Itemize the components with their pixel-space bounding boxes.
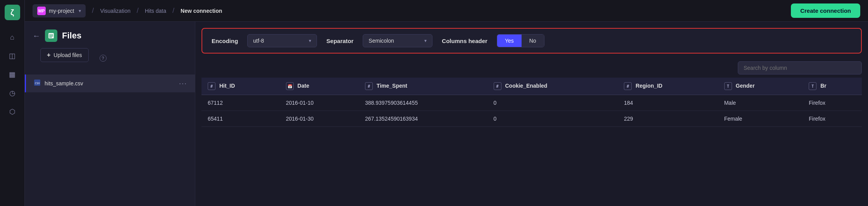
cell-hit-id: 65411 xyxy=(202,111,280,127)
col-type-text2-icon: T xyxy=(809,82,816,90)
col-type-hash3-icon: # xyxy=(494,82,501,90)
csv-file-icon: CSV xyxy=(34,79,41,88)
breadcrumb-current: New connection xyxy=(181,8,222,14)
separator-value: Semicolon xyxy=(369,38,420,44)
breadcrumb-separator-1: / xyxy=(92,7,94,15)
cell-region-id: 229 xyxy=(618,111,718,127)
breadcrumb-visualization[interactable]: Visualization xyxy=(100,8,130,14)
breadcrumb-separator-3: / xyxy=(172,7,174,15)
cell-time-spent: 388.93975903614455 xyxy=(359,95,487,111)
columns-header-toggle: Yes No xyxy=(497,34,544,47)
file-menu-button[interactable]: ··· xyxy=(179,80,187,88)
col-header-time-spent: # Time_Spent xyxy=(359,78,487,95)
col-header-cookie-enabled: # Cookie_Enabled xyxy=(487,78,618,95)
svg-rect-2 xyxy=(49,36,53,36)
separator-label: Separator xyxy=(326,38,353,44)
encoding-chevron-icon: ▾ xyxy=(309,38,311,43)
file-name: hits_sample.csv xyxy=(45,80,175,87)
cell-region-id: 184 xyxy=(618,95,718,111)
left-panel: ← Files + Upload files ? xyxy=(25,22,195,206)
col-header-gender: T Gender xyxy=(718,78,803,95)
col-type-hash-icon: # xyxy=(208,82,215,90)
col-type-text-icon: T xyxy=(724,82,732,90)
cell-browser: Firefox xyxy=(803,95,862,111)
right-panel: Encoding utf-8 ▾ Separator Semicolon ▾ C… xyxy=(195,22,868,206)
project-name: my-project xyxy=(49,8,74,14)
clock-icon: ◷ xyxy=(9,89,16,97)
cell-time-spent: 267.13524590163934 xyxy=(359,111,487,127)
sidebar-item-chart[interactable]: ▦ xyxy=(5,67,20,82)
table-row: 65411 2016-01-30 267.13524590163934 0 22… xyxy=(202,111,862,127)
table-row: 67112 2016-01-10 388.93975903614455 0 18… xyxy=(202,95,862,111)
encoding-value: utf-8 xyxy=(253,38,304,44)
cell-cookie-enabled: 0 xyxy=(487,95,618,111)
cell-cookie-enabled: 0 xyxy=(487,111,618,127)
data-table: # Hit_ID 📅 Date # Time_Spent xyxy=(202,78,862,127)
create-connection-button[interactable]: Create connection xyxy=(791,3,860,18)
chevron-down-icon: ▾ xyxy=(79,8,81,14)
sidebar-item-network[interactable]: ⬡ xyxy=(5,104,20,119)
sidebar-item-clock[interactable]: ◷ xyxy=(5,85,20,101)
logo-icon: ζ xyxy=(10,8,14,17)
col-type-hash2-icon: # xyxy=(365,82,373,90)
cell-date: 2016-01-10 xyxy=(280,95,359,111)
separator-dropdown[interactable]: Semicolon ▾ xyxy=(363,34,432,47)
columns-header-label: Columns header xyxy=(442,38,487,44)
content-area: ← Files + Upload files ? xyxy=(25,22,868,206)
cell-gender: Female xyxy=(718,111,803,127)
back-button[interactable]: ← xyxy=(33,31,40,40)
search-bar-row xyxy=(202,58,862,78)
panel-header: ← Files xyxy=(25,29,195,48)
cell-browser: Firefox xyxy=(803,111,862,127)
file-list-item[interactable]: CSV hits_sample.csv ··· xyxy=(25,74,195,92)
columns-header-no-button[interactable]: No xyxy=(522,35,544,47)
help-icon[interactable]: ? xyxy=(100,55,107,62)
encoding-dropdown[interactable]: utf-8 ▾ xyxy=(247,34,317,47)
layers-icon: ◫ xyxy=(9,52,16,60)
col-header-hit-id: # Hit_ID xyxy=(202,78,280,95)
chart-icon: ▦ xyxy=(9,70,16,79)
breadcrumb-hits-data[interactable]: Hits data xyxy=(145,8,166,14)
table-area: # Hit_ID 📅 Date # Time_Spent xyxy=(195,58,868,206)
table-header-row: # Hit_ID 📅 Date # Time_Spent xyxy=(202,78,862,95)
col-header-br: T Br xyxy=(803,78,862,95)
cell-date: 2016-01-30 xyxy=(280,111,359,127)
sidebar-item-layers[interactable]: ◫ xyxy=(5,48,20,64)
encoding-label: Encoding xyxy=(212,38,238,44)
project-icon: MP xyxy=(37,7,46,15)
col-type-hash4-icon: # xyxy=(624,82,632,90)
svg-rect-1 xyxy=(49,35,53,35)
plus-icon: + xyxy=(47,52,50,59)
upload-files-button[interactable]: + Upload files xyxy=(40,48,89,62)
col-type-date-icon: 📅 xyxy=(286,82,294,90)
main-area: MP my-project ▾ / Visualization / Hits d… xyxy=(25,0,868,206)
app-logo[interactable]: ζ xyxy=(5,5,20,20)
upload-files-label: Upload files xyxy=(53,52,82,58)
sidebar-item-home[interactable]: ⌂ xyxy=(5,29,20,45)
search-by-column-input[interactable] xyxy=(738,61,862,74)
svg-text:CSV: CSV xyxy=(35,82,40,85)
cell-hit-id: 67112 xyxy=(202,95,280,111)
options-bar: Encoding utf-8 ▾ Separator Semicolon ▾ C… xyxy=(202,28,862,54)
columns-header-yes-button[interactable]: Yes xyxy=(497,35,522,47)
project-selector[interactable]: MP my-project ▾ xyxy=(33,4,86,17)
breadcrumb-separator-2: / xyxy=(137,7,139,15)
panel-title: Files xyxy=(62,31,81,41)
sidebar: ζ ⌂ ◫ ▦ ◷ ⬡ xyxy=(0,0,25,206)
separator-chevron-icon: ▾ xyxy=(424,38,427,43)
cell-gender: Male xyxy=(718,95,803,111)
header-bar: MP my-project ▾ / Visualization / Hits d… xyxy=(25,0,868,22)
col-header-date: 📅 Date xyxy=(280,78,359,95)
network-icon: ⬡ xyxy=(9,107,16,116)
files-icon xyxy=(45,29,57,42)
home-icon: ⌂ xyxy=(10,33,14,42)
col-header-region-id: # Region_ID xyxy=(618,78,718,95)
svg-rect-3 xyxy=(49,37,52,38)
